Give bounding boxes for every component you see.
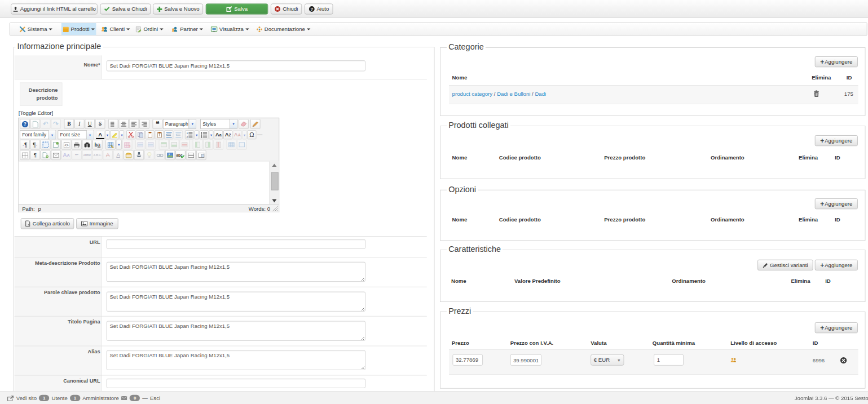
svg-text:1: 1 [186, 132, 188, 135]
svg-text:✕: ✕ [129, 144, 130, 148]
svg-text:?: ? [23, 122, 26, 127]
svg-text:2: 2 [186, 135, 188, 137]
svg-text:?: ? [310, 7, 313, 12]
svg-text:T: T [158, 133, 160, 137]
svg-text:<>: <> [64, 143, 69, 146]
